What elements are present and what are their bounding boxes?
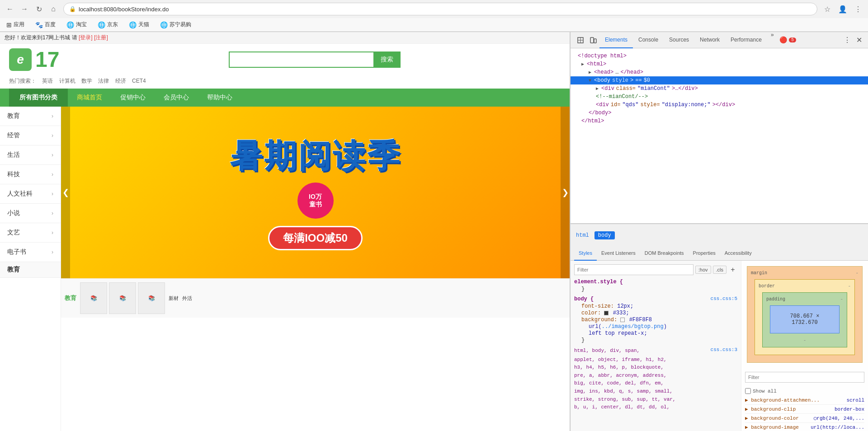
body-selector: body {	[574, 296, 594, 302]
add-style-button[interactable]: +	[728, 265, 737, 274]
computed-prop-2: ▶ background-clip border-box	[745, 405, 864, 414]
baidu-icon: 🐾	[35, 21, 43, 28]
login-link[interactable]: [登录]	[79, 34, 93, 41]
style-filter-input[interactable]	[574, 264, 693, 275]
sidebar-item-fiction[interactable]: 小说 ›	[0, 204, 61, 223]
expand-icon[interactable]: ▼	[589, 78, 591, 83]
banner-badges: IO万童书	[230, 183, 401, 219]
hot-term-5[interactable]: 经济	[115, 78, 126, 84]
nav-help[interactable]: 帮助中心	[198, 89, 241, 107]
tab-dom-breakpoints[interactable]: DOM Breakpoints	[640, 246, 689, 261]
div-mian-line[interactable]: ▶ <div class= "mianCont" >…</div>	[571, 84, 868, 93]
hot-search: 热门搜索： 英语 计算机 数学 法律 经济 CET4	[0, 75, 570, 89]
console-errors: 🔴 5	[779, 32, 796, 48]
bookmarks-bar: ⊞ 应用 🐾 百度 🌐 淘宝 🌐 京东 🌐 天猫 🌐 苏宁易购	[0, 18, 868, 32]
nav-member[interactable]: 会员中心	[155, 89, 198, 107]
elements-panel[interactable]: <!doctype html> ▶ <html> ▶ <head>…</head…	[571, 48, 868, 224]
account-button[interactable]: 👤	[836, 3, 849, 15]
bookmark-tmall[interactable]: 🌐 天猫	[126, 20, 152, 29]
banner-next-button[interactable]: ❯	[561, 107, 570, 278]
hot-term-3[interactable]: 数学	[81, 78, 92, 84]
sidebar-item-arts[interactable]: 文艺 ›	[0, 223, 61, 243]
product-thumb-3[interactable]: 📚	[138, 282, 165, 314]
div-qds-line[interactable]: <div id= "qds" style= "display:none;" ><…	[571, 101, 868, 109]
sidebar-item-management[interactable]: 经管 ›	[0, 126, 61, 145]
device-toolbar-button[interactable]	[587, 34, 599, 47]
breadcrumb-html[interactable]: html	[574, 231, 591, 239]
style-rule-body: body { css.css:5 font-size: 12px; color:…	[574, 296, 737, 343]
back-button[interactable]: ←	[4, 3, 16, 15]
home-button[interactable]: ⌂	[47, 3, 60, 15]
error-icon: 🔴	[779, 36, 787, 44]
tab-event-listeners[interactable]: Event Listeners	[597, 246, 640, 261]
cls-button[interactable]: .cls	[713, 266, 727, 274]
expand-icon[interactable]: ▶	[581, 61, 584, 67]
register-link[interactable]: [注册]	[94, 34, 108, 41]
computed-filter-input[interactable]	[745, 372, 864, 383]
tab-accessibility[interactable]: Accessibility	[720, 246, 756, 261]
hot-term-1[interactable]: 英语	[42, 78, 53, 84]
bookmark-suning[interactable]: 🌐 苏宁易购	[157, 20, 194, 29]
body-source[interactable]: css.css:5	[711, 296, 737, 303]
show-all-checkbox[interactable]	[745, 388, 751, 394]
expand-icon[interactable]: ▶	[596, 86, 599, 91]
tab-performance[interactable]: Performance	[725, 32, 767, 48]
chevron-right-icon: ›	[52, 230, 53, 236]
sidebar-item-life[interactable]: 生活 ›	[0, 145, 61, 165]
jd-icon: 🌐	[98, 21, 105, 28]
bookmark-jd[interactable]: 🌐 京东	[95, 20, 121, 29]
search-button[interactable]: 搜索	[373, 52, 401, 68]
product-thumb-1[interactable]: 📚	[80, 282, 107, 314]
sidebar-item-education[interactable]: 教育 ›	[0, 107, 61, 126]
sidebar-section-education: 教育	[0, 262, 61, 278]
product-thumb-2[interactable]: 📚	[109, 282, 136, 314]
style-prop-fontsize: font-size: 12px;	[574, 303, 737, 309]
tab-styles[interactable]: Styles	[574, 246, 597, 261]
product-label-1: 新材	[169, 295, 179, 302]
tab-elements[interactable]: Elements	[599, 32, 633, 48]
inspect-element-button[interactable]	[574, 34, 587, 47]
html-open-line[interactable]: ▶ <html>	[571, 60, 868, 68]
bookmark-baidu[interactable]: 🐾 百度	[33, 20, 58, 29]
bookmark-taobao[interactable]: 🌐 淘宝	[64, 20, 90, 29]
all-categories[interactable]: 所有图书分类	[9, 89, 68, 107]
nav-links: 商城首页 促销中心 会员中心 帮助中心	[68, 89, 241, 107]
sidebar-item-humanities[interactable]: 人文社科 ›	[0, 184, 61, 204]
address-bar[interactable]: 🔒 localhost:8080/bookStore/index.do	[63, 3, 817, 15]
nav-promotion[interactable]: 促销中心	[111, 89, 155, 107]
settings-button[interactable]: ⋮	[852, 3, 864, 15]
hot-term-6[interactable]: CET4	[132, 78, 146, 84]
padding-bottom-dash: -	[766, 337, 843, 343]
devtools-settings-button[interactable]: ⋮	[841, 34, 854, 47]
selector-source[interactable]: css.css:3	[711, 347, 737, 356]
refresh-button[interactable]: ↻	[33, 3, 45, 15]
tab-network[interactable]: Network	[694, 32, 725, 48]
forward-button[interactable]: →	[18, 3, 31, 15]
hov-button[interactable]: :hov	[695, 266, 711, 274]
tab-sources[interactable]: Sources	[664, 32, 694, 48]
body-line[interactable]: ▼ <body style > == $0	[571, 76, 868, 84]
border-label: border	[759, 284, 775, 289]
nav-home[interactable]: 商城首页	[68, 89, 111, 107]
star-button[interactable]: ☆	[821, 3, 834, 15]
devtools-panel: Elements Console Sources Network Perform…	[570, 32, 868, 431]
tab-properties[interactable]: Properties	[689, 246, 720, 261]
style-prop-background-url: url(../images/bgtop.png)	[574, 323, 737, 330]
sidebar-item-ebook[interactable]: 电子书 ›	[0, 243, 61, 262]
devtools-close-button[interactable]: ✕	[854, 35, 864, 46]
tab-console[interactable]: Console	[633, 32, 664, 48]
hot-term-2[interactable]: 计算机	[59, 78, 75, 84]
sidebar-item-tech[interactable]: 科技 ›	[0, 165, 61, 184]
hot-term-4[interactable]: 法律	[98, 78, 109, 84]
more-tabs-button[interactable]: »	[767, 32, 778, 48]
bg-url-link[interactable]: ../images/bgtop.png	[602, 323, 664, 330]
bookmark-apps[interactable]: ⊞ 应用	[4, 20, 27, 29]
search-input[interactable]	[229, 52, 373, 68]
margin-box: margin - border - padding	[747, 266, 863, 363]
head-line[interactable]: ▶ <head>…</head>	[571, 68, 868, 76]
expand-icon[interactable]: ▶	[589, 70, 591, 75]
breadcrumb-body[interactable]: body	[594, 231, 615, 239]
banner-prev-button[interactable]: ❮	[61, 107, 70, 278]
selector-list: html, body, div, span,	[574, 347, 640, 355]
page-header: e 17 搜索	[0, 44, 570, 75]
